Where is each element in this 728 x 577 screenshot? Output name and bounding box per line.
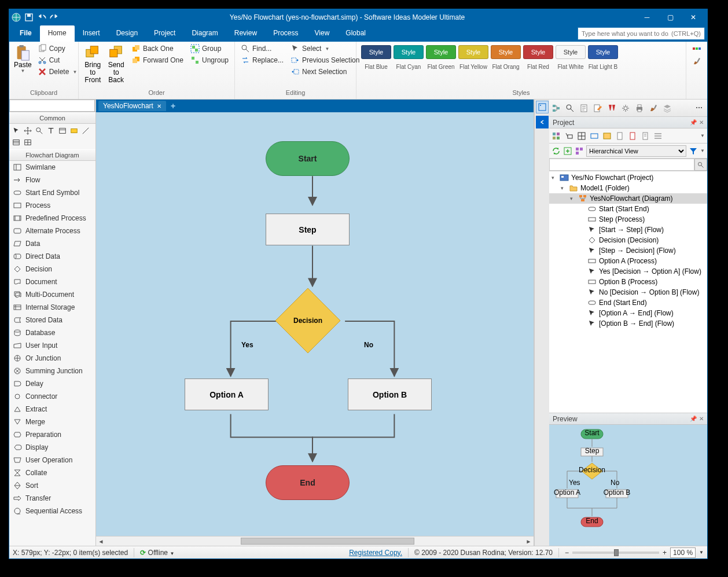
tree-node[interactable]: ▾Model1 (Folder) [549,183,707,193]
pointer-tool[interactable] [11,126,21,136]
forward-one-button[interactable]: Forward One [129,54,186,66]
menu-design[interactable]: Design [108,25,146,42]
copy-button[interactable]: Copy [35,43,80,54]
group-button[interactable]: Group [188,43,231,54]
tool-collate[interactable]: Collate [9,466,95,479]
tree-node[interactable]: ▾YesNoFlowchart (Diagram) [549,193,707,204]
rt-gear-icon[interactable] [621,104,630,113]
rt-search-icon[interactable] [565,104,575,113]
rt-colors-icon[interactable] [607,104,616,113]
pin-icon[interactable]: 📌 [690,119,697,126]
tree-node[interactable]: [Option B → End] (Flow) [549,318,707,329]
tool-internal-storage[interactable]: Internal Storage [9,301,95,314]
menu-global[interactable]: Global [337,25,374,42]
tree-node[interactable]: [Option A → End] (Flow) [549,308,707,318]
back-one-button[interactable]: Back One [129,43,186,54]
rt-edit-icon[interactable] [593,104,602,113]
pt-icon5[interactable] [602,131,612,141]
flow-option-a[interactable]: Option A [185,378,269,410]
tool-process[interactable]: Process [9,199,95,212]
save-icon[interactable] [24,13,34,22]
menu-diagram[interactable]: Diagram [183,25,226,42]
pt-icon1[interactable] [551,131,561,141]
style-flat-cyan[interactable]: Style [394,45,424,59]
menu-review[interactable]: Review [226,25,265,42]
preview-pin-icon[interactable]: 📌 [690,416,697,422]
tool-flow[interactable]: Flow [9,174,95,186]
project-search-button[interactable] [694,159,707,171]
tool-document[interactable]: Document [9,275,95,288]
pt-icon7[interactable] [628,131,637,141]
style-brush-icon[interactable] [692,57,701,66]
close-button[interactable]: ✕ [682,9,705,25]
list-tool[interactable] [11,137,21,148]
tree-node[interactable]: Start (Start End) [549,204,707,214]
close-panel-icon[interactable]: ✕ [699,119,704,126]
status-registered-link[interactable]: Registered Copy. [349,549,402,557]
rt-tree-icon[interactable] [551,104,561,113]
command-search-input[interactable] [582,30,669,37]
tool-decision[interactable]: Decision [9,263,95,275]
toolbox-search-input[interactable] [9,100,95,112]
tree-node[interactable]: No [Decision → Option B] (Flow) [549,287,707,297]
vstrip-select-icon[interactable] [536,101,549,113]
pt-icon3[interactable] [577,131,586,141]
zoom-tool[interactable] [34,126,45,136]
tool-start-end-symbol[interactable]: Start End Symbol [9,186,95,199]
tree-node[interactable]: Option B (Process) [549,277,707,287]
send-to-back-button[interactable]: Send to Back [105,43,126,86]
replace-button[interactable]: Replace... [238,54,286,66]
diagram-canvas[interactable]: Start Step Decision Yes No Option A Opti… [96,112,534,536]
style-more-icon[interactable] [692,45,701,54]
view-mode-select[interactable]: Hierarchical View [586,145,686,157]
flow-step[interactable]: Step [266,214,350,245]
scroll-right-icon[interactable]: ► [524,536,534,546]
tool-or-junction[interactable]: Or Junction [9,352,95,365]
zoom-in-button[interactable]: + [663,549,667,557]
pt-icon9[interactable] [653,131,663,141]
pt2-grid-icon[interactable] [575,146,584,156]
rt-pen-icon[interactable] [649,104,658,113]
pt-icon4[interactable] [590,131,599,141]
style-flat-red[interactable]: Style [523,45,553,59]
pt-icon8[interactable] [641,131,650,141]
maximize-button[interactable]: ▢ [659,9,682,25]
tool-merge[interactable]: Merge [9,416,95,428]
scroll-left-icon[interactable]: ◄ [96,536,106,546]
rt-more-icon[interactable]: ⋯ [696,104,705,113]
style-flat-green[interactable]: Style [426,45,456,59]
command-search[interactable]: (CTRL+Q) [578,27,705,40]
menu-process[interactable]: Process [265,25,306,42]
next-selection-button[interactable]: Next Selection [288,66,362,78]
tool-sort[interactable]: Sort [9,479,95,492]
tool-transfer[interactable]: Transfer [9,492,95,505]
table-tool[interactable] [23,137,33,148]
tree-node[interactable]: ▾Yes/No Flowchart (Project) [549,172,707,183]
tool-predefined-process[interactable]: Predefined Process [9,212,95,225]
line-tool[interactable] [80,126,91,136]
rt-layers-icon[interactable] [663,104,672,113]
undo-icon[interactable] [37,13,46,22]
delete-button[interactable]: Delete▼ [35,66,80,78]
tool-connector[interactable]: Connector [9,390,95,403]
find-button[interactable]: Find... [238,43,286,54]
tool-stored-data[interactable]: Stored Data [9,314,95,326]
tree-node[interactable]: Decision (Decision) [549,235,707,245]
tool-preparation[interactable]: Preparation [9,428,95,441]
tool-swimlane[interactable]: Swimlane [9,161,95,174]
add-tab-button[interactable]: + [166,101,180,111]
prev-selection-button[interactable]: Previous Selection [288,54,362,66]
tool-alternate-process[interactable]: Alternate Process [9,225,95,237]
move-tool[interactable] [23,126,33,136]
tree-node[interactable]: Yes [Decision → Option A] (Flow) [549,266,707,277]
tool-database[interactable]: Database [9,326,95,339]
close-tab-icon[interactable]: ✕ [157,103,161,109]
redo-icon[interactable] [50,13,59,22]
rt-doc-icon[interactable] [579,104,589,113]
tool-summing-junction[interactable]: Summing Junction [9,365,95,377]
zoom-out-button[interactable]: − [565,549,569,557]
pt-icon2[interactable] [564,131,573,141]
zoom-slider[interactable] [572,552,659,554]
status-offline[interactable]: ⟳ Offline ▼ [140,549,174,557]
tool-sequential-access[interactable]: Sequential Access [9,505,95,517]
